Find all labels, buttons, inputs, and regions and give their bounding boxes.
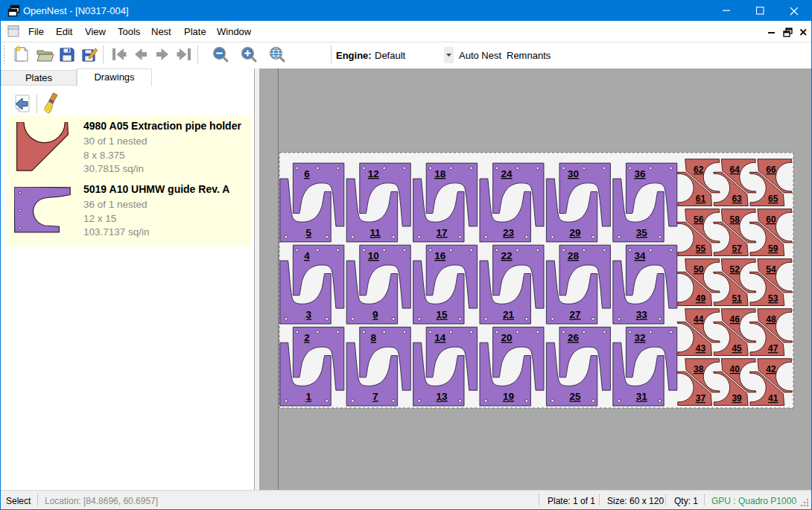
svg-text:44: 44	[694, 314, 704, 325]
svg-text:41: 41	[768, 393, 778, 404]
svg-text:49: 49	[696, 293, 706, 304]
svg-text:29: 29	[569, 227, 580, 238]
svg-text:19: 19	[503, 391, 514, 402]
svg-text:54: 54	[766, 264, 776, 275]
svg-text:21: 21	[503, 309, 515, 320]
svg-text:52: 52	[730, 264, 740, 275]
svg-text:46: 46	[730, 314, 740, 325]
svg-text:37: 37	[696, 393, 706, 404]
svg-text:27: 27	[569, 309, 580, 320]
svg-text:25: 25	[569, 391, 581, 402]
svg-text:28: 28	[568, 250, 580, 261]
svg-text:32: 32	[634, 332, 645, 343]
svg-text:33: 33	[636, 309, 648, 320]
svg-text:26: 26	[568, 332, 580, 343]
svg-text:66: 66	[766, 165, 776, 175]
svg-text:2: 2	[304, 332, 310, 343]
svg-text:17: 17	[437, 227, 448, 238]
svg-text:22: 22	[501, 250, 513, 261]
svg-text:11: 11	[370, 227, 381, 238]
svg-text:30: 30	[568, 168, 579, 179]
svg-text:61: 61	[696, 194, 706, 204]
svg-text:34: 34	[634, 250, 646, 261]
svg-text:31: 31	[636, 391, 648, 402]
svg-text:12: 12	[368, 168, 379, 179]
svg-text:65: 65	[768, 194, 778, 204]
svg-text:64: 64	[730, 165, 740, 175]
svg-text:60: 60	[766, 214, 776, 225]
svg-text:62: 62	[694, 165, 704, 175]
svg-text:38: 38	[694, 364, 704, 374]
svg-text:57: 57	[732, 243, 742, 254]
svg-text:5: 5	[306, 227, 312, 238]
svg-text:18: 18	[434, 168, 446, 179]
svg-text:36: 36	[634, 168, 646, 179]
svg-text:7: 7	[372, 391, 378, 402]
svg-text:3: 3	[306, 309, 312, 320]
svg-text:59: 59	[768, 243, 778, 254]
svg-text:20: 20	[501, 332, 513, 343]
svg-text:40: 40	[730, 364, 740, 374]
svg-text:50: 50	[694, 264, 704, 275]
svg-text:58: 58	[730, 214, 740, 225]
svg-text:10: 10	[368, 250, 379, 261]
svg-text:9: 9	[372, 309, 378, 320]
svg-text:47: 47	[768, 343, 778, 354]
svg-text:16: 16	[434, 250, 446, 261]
svg-text:55: 55	[696, 243, 706, 254]
svg-text:23: 23	[503, 227, 515, 238]
svg-text:15: 15	[437, 309, 448, 320]
svg-text:1: 1	[306, 391, 312, 402]
svg-text:35: 35	[636, 227, 648, 238]
svg-text:51: 51	[732, 293, 742, 304]
svg-text:63: 63	[732, 194, 742, 204]
svg-text:39: 39	[732, 393, 742, 404]
svg-text:56: 56	[694, 214, 704, 225]
svg-text:6: 6	[304, 168, 310, 179]
svg-text:24: 24	[501, 168, 513, 179]
svg-text:43: 43	[696, 343, 706, 354]
svg-text:14: 14	[434, 332, 446, 343]
svg-text:53: 53	[768, 293, 778, 304]
svg-text:13: 13	[437, 391, 448, 402]
svg-text:45: 45	[732, 343, 742, 354]
svg-text:4: 4	[304, 250, 310, 261]
svg-text:48: 48	[766, 314, 776, 325]
svg-text:42: 42	[766, 364, 776, 374]
svg-text:8: 8	[371, 332, 377, 343]
